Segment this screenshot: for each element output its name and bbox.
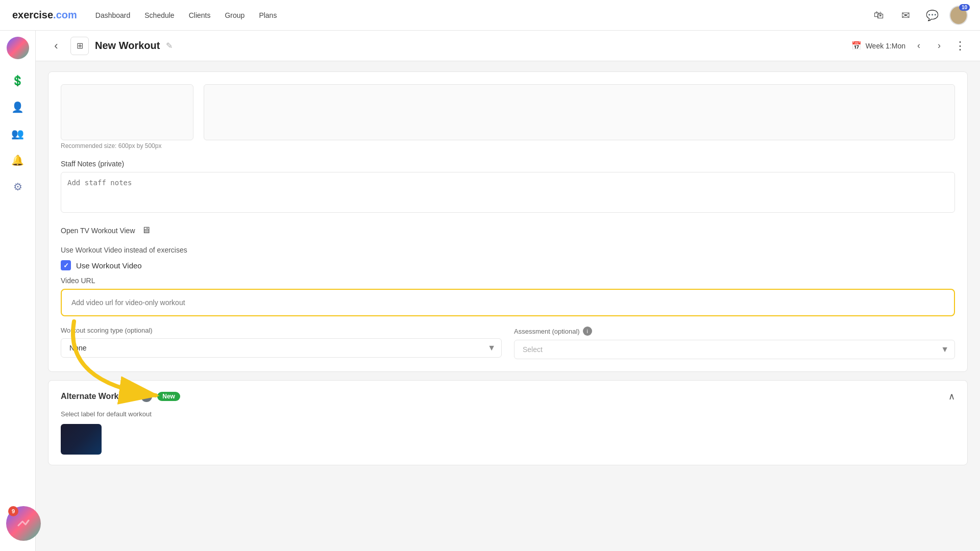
workout-description-input[interactable] (204, 84, 955, 140)
alternate-count-badge: 0 (141, 391, 152, 402)
video-url-input[interactable] (63, 291, 952, 314)
notifications-icon[interactable]: 10 (949, 6, 968, 24)
nav-clients[interactable]: Clients (189, 11, 211, 19)
sidebar-item-notifications[interactable]: 🔔 (7, 149, 29, 171)
staff-notes-input[interactable] (61, 172, 955, 213)
video-section-label: Use Workout Video instead of exercises (61, 246, 955, 254)
more-options-button[interactable]: ⋮ (952, 37, 968, 55)
image-upload-box[interactable] (61, 84, 193, 140)
monitor-icon[interactable]: 🖥 (141, 225, 151, 236)
assessment-select[interactable]: Select (514, 340, 955, 359)
scoring-assessment-row: Workout scoring type (optional) None ▼ A… (61, 327, 955, 359)
widget-circle[interactable]: 9 (6, 506, 41, 541)
mail-icon[interactable]: ✉ (896, 6, 915, 24)
sidebar-logo[interactable] (7, 37, 29, 59)
sidebar: 💲 👤 👥 🔔 ⚙ (0, 31, 36, 551)
alternate-workouts-section: Alternate Workouts 0 New ∧ Select label … (48, 380, 968, 465)
tv-workout-row: Open TV Workout View 🖥 (61, 225, 955, 236)
scoring-label: Workout scoring type (optional) (61, 327, 502, 334)
rec-size-text: Recommended size: 600px by 500px (61, 142, 955, 149)
use-workout-video-label: Use Workout Video (76, 261, 142, 270)
next-week-button[interactable]: › (932, 39, 946, 53)
back-button[interactable]: ‹ (48, 38, 64, 54)
alternate-new-badge[interactable]: New (157, 392, 180, 401)
calendar-icon: 📅 (851, 41, 862, 51)
sidebar-item-user[interactable]: 👤 (7, 96, 29, 118)
top-nav-links: Dashboard Schedule Clients Group Plans (95, 11, 870, 19)
edit-title-icon[interactable]: ✎ (166, 41, 173, 51)
week-label: Week 1:Mon (866, 42, 905, 50)
topnav-right: 🛍 ✉ 💬 10 (870, 6, 968, 24)
grid-view-button[interactable]: ⊞ (70, 37, 89, 55)
sidebar-item-group[interactable]: 👥 (7, 122, 29, 145)
sidebar-item-settings[interactable]: ⚙ (7, 176, 29, 198)
assessment-select-wrapper: Select ▼ (514, 340, 955, 359)
sidebar-item-billing[interactable]: 💲 (7, 69, 29, 92)
workout-thumbnail-row (61, 424, 955, 455)
workout-thumbnail[interactable] (61, 424, 102, 455)
week-indicator: 📅 Week 1:Mon (851, 41, 905, 51)
nav-plans[interactable]: Plans (259, 11, 277, 19)
nav-schedule[interactable]: Schedule (144, 11, 174, 19)
main-content: Recommended size: 600px by 500px Staff N… (36, 61, 980, 551)
alternate-title: Alternate Workouts (61, 392, 136, 401)
shopping-icon[interactable]: 🛍 (870, 6, 888, 24)
assessment-label-row: Assessment (optional) i (514, 327, 955, 336)
image-textarea-row (61, 84, 955, 140)
brand-logo[interactable]: exercise.com (12, 9, 77, 21)
subheader: ‹ ⊞ New Workout ✎ 📅 Week 1:Mon ‹ › ⋮ (36, 31, 980, 61)
assessment-info-icon[interactable]: i (583, 327, 592, 336)
prev-week-button[interactable]: ‹ (912, 39, 926, 53)
page-title: New Workout (95, 40, 160, 52)
collapse-button[interactable]: ∧ (948, 391, 955, 402)
bottom-widget[interactable]: 9 (6, 506, 41, 541)
scoring-select[interactable]: None (61, 338, 502, 358)
assessment-label: Assessment (optional) (514, 328, 580, 335)
assessment-col: Assessment (optional) i Select ▼ (514, 327, 955, 359)
video-url-input-wrapper (61, 289, 955, 316)
scoring-select-wrapper: None ▼ (61, 338, 502, 358)
alternate-header: Alternate Workouts 0 New ∧ (61, 391, 955, 402)
use-workout-video-checkbox[interactable]: ✓ (61, 260, 71, 270)
nav-dashboard[interactable]: Dashboard (95, 11, 131, 19)
default-workout-label: Select label for default workout (61, 410, 955, 418)
nav-group[interactable]: Group (225, 11, 244, 19)
staff-notes-label: Staff Notes (private) (61, 160, 955, 168)
chat-icon[interactable]: 💬 (923, 6, 941, 24)
form-card: Recommended size: 600px by 500px Staff N… (48, 71, 968, 372)
scoring-col: Workout scoring type (optional) None ▼ (61, 327, 502, 359)
use-workout-video-row: ✓ Use Workout Video (61, 260, 955, 270)
notification-badge: 10 (959, 4, 970, 11)
tv-workout-label: Open TV Workout View (61, 227, 135, 235)
video-url-label: Video URL (61, 277, 955, 285)
